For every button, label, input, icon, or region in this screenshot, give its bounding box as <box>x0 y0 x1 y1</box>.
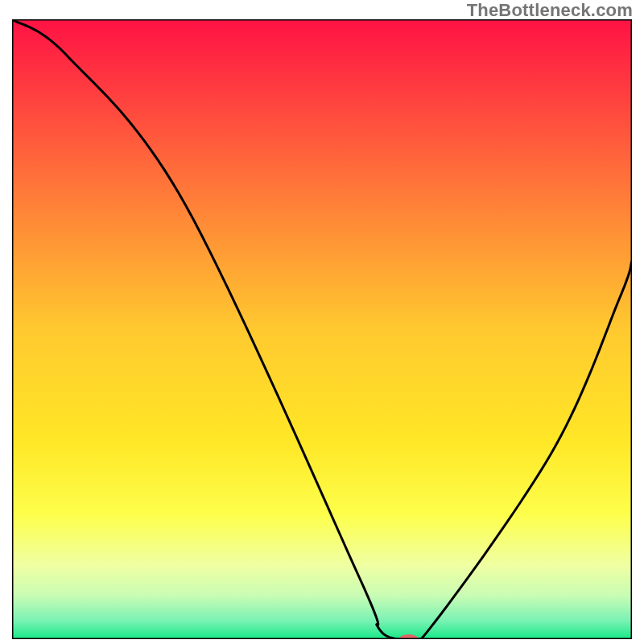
plot-background <box>12 19 632 639</box>
chart-container: TheBottleneck.com <box>0 0 644 644</box>
bottleneck-chart <box>12 19 632 639</box>
watermark-text: TheBottleneck.com <box>467 0 633 21</box>
